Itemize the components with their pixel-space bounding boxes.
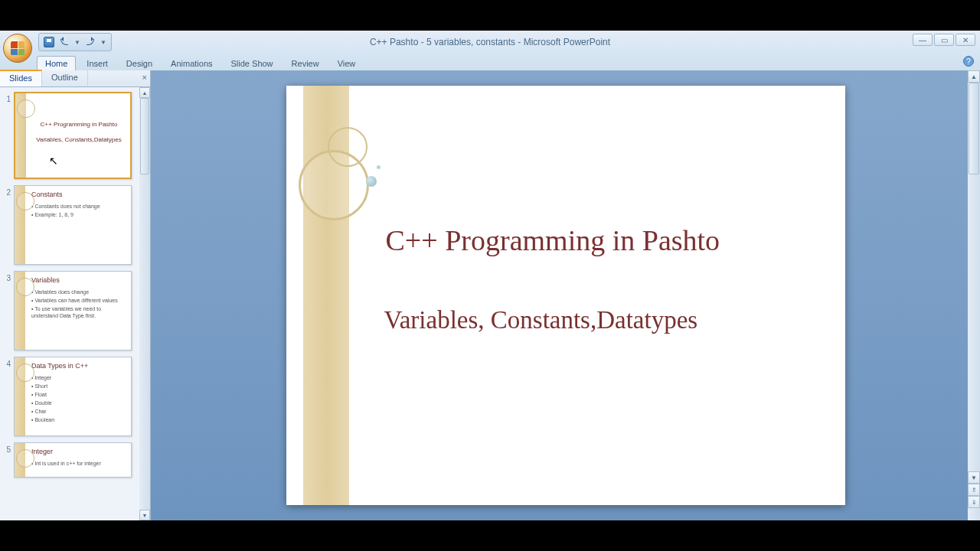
thumbnail-line: • Float: [31, 391, 126, 398]
thumbnail-line: • Short: [31, 383, 126, 390]
thumbnail-title: Variables: [31, 276, 126, 285]
close-button[interactable]: ✕: [956, 34, 975, 46]
thumbnail-line: • Integer: [31, 374, 126, 381]
thumbnail-row: 3 Variables • Variables does change • Va…: [3, 271, 138, 350]
maximize-button[interactable]: ▭: [934, 34, 954, 46]
minimize-button[interactable]: —: [913, 34, 933, 46]
panel-close-button[interactable]: ×: [142, 73, 147, 82]
thumbnail-decoration: [15, 357, 25, 435]
panel-tab-strip: Slides Outline ×: [0, 70, 150, 87]
ribbon-tab-review[interactable]: Review: [284, 57, 327, 70]
thumbnail-line: • Variables can have different values: [31, 297, 126, 304]
thumbnail-decoration: [15, 443, 25, 477]
thumbnail-title: C++ Programming in Pashto: [32, 121, 126, 129]
thumbnail-line: • Example: 1, 8, 9: [31, 211, 126, 218]
thumbnail-line: • To use variables we need to understand…: [31, 305, 126, 319]
powerpoint-window: ▼ ▼ C++ Pashto - 5 variables, constants …: [0, 31, 980, 520]
title-bar: ▼ ▼ C++ Pashto - 5 variables, constants …: [0, 31, 980, 54]
thumbnail-row: 2 Constants • Constants does not change …: [3, 185, 138, 265]
decoration-dot-icon: [366, 176, 377, 187]
scroll-up-icon[interactable]: ▲: [139, 87, 150, 98]
current-slide[interactable]: C++ Programming in Pashto Variables, Con…: [286, 86, 845, 505]
scroll-thumb[interactable]: [140, 98, 149, 174]
thumbnail-decoration: [15, 272, 25, 350]
slides-panel: Slides Outline × 1 C++ Programming in Pa…: [0, 70, 151, 520]
thumbnail-subtitle: Variables, Constants,Datatypes: [32, 136, 126, 144]
office-logo-icon: [11, 41, 24, 55]
thumbnail-row: 4 Data Types in C++ • Integer • Short • …: [3, 357, 138, 436]
decoration-circle-icon: [328, 127, 368, 167]
thumbnail-line: • Int is used in c++ for integer: [31, 460, 126, 467]
thumbnail-line: • Boolean: [31, 416, 126, 423]
thumbnail-scroll-area: 1 C++ Programming in Pashto Variables, C…: [0, 87, 150, 520]
mouse-cursor-icon: ↖: [49, 155, 58, 167]
undo-icon[interactable]: [60, 39, 68, 45]
thumbnail-row: 5 Integer • Int is used in c++ for integ…: [3, 442, 138, 478]
thumbnail-line: • Double: [31, 399, 126, 406]
thumbnail-decoration: [15, 186, 25, 264]
thumbnail-list: 1 C++ Programming in Pashto Variables, C…: [0, 87, 150, 488]
undo-dropdown-icon[interactable]: ▼: [74, 39, 80, 46]
ribbon-tab-insert[interactable]: Insert: [79, 57, 116, 70]
ribbon-tab-slideshow[interactable]: Slide Show: [224, 57, 281, 70]
ribbon-tab-animations[interactable]: Animations: [163, 57, 220, 70]
panel-scrollbar[interactable]: ▲ ▼: [139, 87, 150, 520]
scroll-down-icon[interactable]: ▼: [968, 471, 980, 484]
scroll-down-icon[interactable]: ▼: [139, 510, 150, 520]
thumbnail-content: Variables • Variables does change • Vari…: [15, 272, 131, 325]
thumbnail-row: 1 C++ Programming in Pashto Variables, C…: [3, 92, 138, 179]
thumbnail-line: • Char: [31, 408, 126, 415]
thumbnail-number: 2: [3, 185, 14, 265]
ribbon-tab-home[interactable]: Home: [37, 56, 76, 70]
thumbnail-slide-5[interactable]: Integer • Int is used in c++ for integer: [14, 442, 132, 478]
window-title: C++ Pashto - 5 variables, constants - Mi…: [370, 37, 610, 47]
thumbnail-number: 4: [3, 357, 14, 436]
quick-access-toolbar: ▼ ▼: [38, 33, 112, 51]
thumbnail-title: Constants: [31, 191, 126, 200]
window-controls: — ▭ ✕: [913, 34, 975, 46]
thumbnail-line: • Variables does change: [31, 289, 126, 295]
work-area: Slides Outline × 1 C++ Programming in Pa…: [0, 70, 980, 520]
slide-editor-area: C++ Programming in Pashto Variables, Con…: [151, 70, 980, 520]
scroll-up-icon[interactable]: ▲: [968, 70, 980, 83]
ribbon-tab-design[interactable]: Design: [119, 57, 160, 70]
thumbnail-line: • Constants does not change: [31, 203, 126, 210]
thumbnail-number: 1: [3, 92, 14, 179]
panel-tab-slides[interactable]: Slides: [0, 70, 42, 86]
slide-title-text[interactable]: C++ Programming in Pashto: [386, 223, 720, 257]
thumbnail-number: 5: [3, 442, 14, 478]
decoration-dot-icon: [377, 165, 381, 169]
thumbnail-slide-4[interactable]: Data Types in C++ • Integer • Short • Fl…: [14, 357, 132, 436]
panel-tab-outline[interactable]: Outline: [42, 70, 88, 86]
qat-customize-icon[interactable]: ▼: [100, 39, 106, 46]
letterbox-top: [0, 0, 980, 31]
thumbnail-title: Data Types in C++: [31, 362, 126, 371]
thumbnail-number: 3: [3, 271, 14, 350]
thumbnail-title: Integer: [31, 448, 126, 457]
thumbnail-slide-3[interactable]: Variables • Variables does change • Vari…: [14, 271, 132, 350]
main-scrollbar[interactable]: ▲ ▼ ⇑ ⇓: [968, 70, 980, 520]
prev-slide-icon[interactable]: ⇑: [968, 484, 980, 496]
ribbon-tab-view[interactable]: View: [330, 57, 364, 70]
thumbnail-decoration: [15, 93, 26, 178]
scroll-thumb[interactable]: [969, 83, 979, 174]
ribbon-tab-strip: Home Insert Design Animations Slide Show…: [0, 54, 980, 70]
slide-theme-strip: [303, 86, 349, 505]
slide-subtitle-text[interactable]: Variables, Constants,Datatypes: [384, 306, 698, 334]
thumbnail-slide-1[interactable]: C++ Programming in Pashto Variables, Con…: [14, 92, 132, 179]
help-icon[interactable]: ?: [963, 56, 974, 67]
office-button[interactable]: [3, 34, 32, 63]
save-icon[interactable]: [44, 37, 54, 47]
thumbnail-slide-2[interactable]: Constants • Constants does not change • …: [14, 185, 132, 265]
next-slide-icon[interactable]: ⇓: [968, 496, 980, 508]
redo-icon[interactable]: [87, 39, 94, 45]
letterbox-bottom: [0, 520, 980, 551]
